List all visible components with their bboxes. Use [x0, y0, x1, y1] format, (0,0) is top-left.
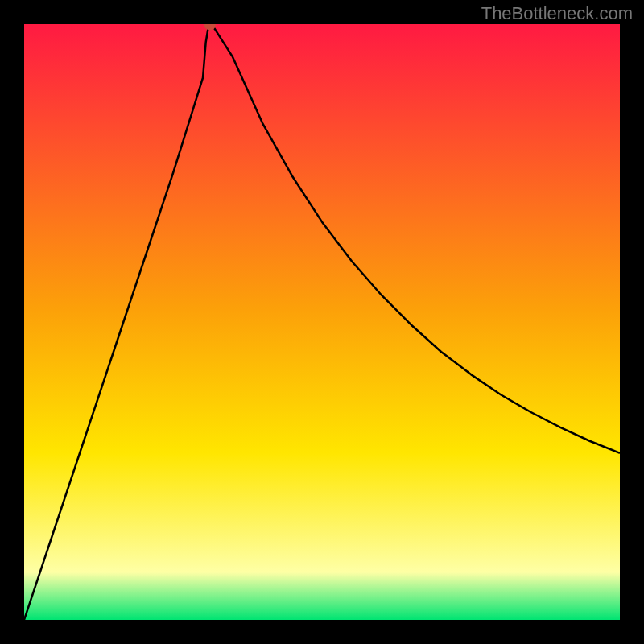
watermark-text: TheBottleneck.com — [481, 3, 633, 24]
chart-frame: TheBottleneck.com — [0, 0, 644, 644]
chart-background — [24, 24, 620, 620]
chart-svg — [24, 24, 620, 620]
chart-plot-area — [24, 24, 620, 620]
